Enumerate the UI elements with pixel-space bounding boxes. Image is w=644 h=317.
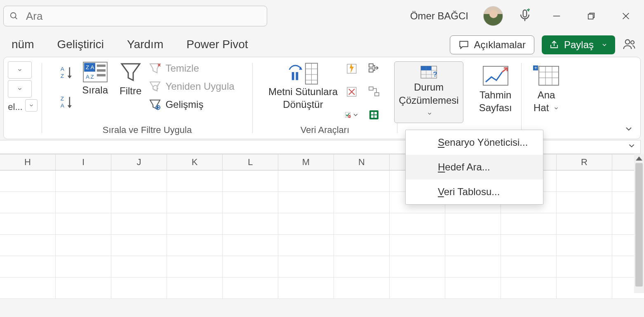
cell[interactable]	[0, 277, 56, 299]
cell[interactable]	[223, 256, 278, 277]
cell[interactable]	[390, 235, 445, 256]
cell[interactable]	[111, 256, 167, 277]
tab-powerpivot[interactable]: Power Pivot	[175, 32, 259, 57]
collaborators-icon[interactable]	[623, 37, 636, 52]
column-header[interactable]: J	[111, 154, 167, 170]
cell[interactable]	[167, 235, 223, 256]
search-box[interactable]	[3, 6, 267, 26]
scroll-thumb[interactable]	[635, 163, 643, 287]
cell[interactable]	[334, 256, 390, 277]
tab-view-partial[interactable]: nüm	[0, 32, 45, 57]
cell[interactable]	[167, 213, 223, 235]
cell[interactable]	[111, 277, 167, 299]
column-header[interactable]: H	[0, 154, 56, 170]
sort-dialog-button[interactable]: ZAAZ Sırala	[82, 61, 108, 96]
dropdown-small-3[interactable]	[25, 99, 38, 112]
cell[interactable]	[501, 277, 557, 299]
cell[interactable]	[557, 277, 612, 299]
restore-button[interactable]	[581, 6, 601, 26]
column-header[interactable]: I	[56, 154, 111, 170]
filter-advanced-button[interactable]: Gelişmiş	[149, 98, 234, 111]
share-button[interactable]: Paylaş	[542, 35, 615, 54]
cell[interactable]	[0, 192, 56, 213]
consolidate-button[interactable]	[367, 61, 381, 76]
cell[interactable]	[56, 170, 111, 192]
cell[interactable]	[56, 235, 111, 256]
cell[interactable]	[278, 213, 334, 235]
cell[interactable]	[111, 192, 167, 213]
formula-bar-expand-button[interactable]	[627, 141, 636, 152]
cell[interactable]	[445, 213, 501, 235]
cell[interactable]	[167, 256, 223, 277]
minimize-button[interactable]	[547, 6, 566, 26]
cell[interactable]	[557, 256, 612, 277]
vertical-scrollbar[interactable]	[634, 154, 644, 293]
filter-clear-button[interactable]: Temizle	[149, 62, 234, 75]
cell[interactable]	[557, 213, 612, 235]
cell[interactable]	[223, 192, 278, 213]
tab-developer[interactable]: Geliştirici	[45, 32, 115, 57]
cell[interactable]	[278, 277, 334, 299]
cell[interactable]	[167, 192, 223, 213]
column-header[interactable]: K	[167, 154, 223, 170]
cell[interactable]	[501, 235, 557, 256]
column-header[interactable]: R	[557, 154, 612, 170]
cell[interactable]	[56, 256, 111, 277]
cell[interactable]	[278, 170, 334, 192]
cell[interactable]	[111, 170, 167, 192]
cell[interactable]	[223, 170, 278, 192]
column-header[interactable]: N	[334, 154, 390, 170]
cell[interactable]	[334, 235, 390, 256]
cell[interactable]	[111, 235, 167, 256]
column-header[interactable]: M	[278, 154, 334, 170]
outline-button[interactable]: + AnaHat	[528, 61, 565, 123]
manage-data-model-button[interactable]	[367, 107, 381, 122]
cell[interactable]	[390, 256, 445, 277]
cell[interactable]	[334, 192, 390, 213]
cell[interactable]	[56, 277, 111, 299]
cell[interactable]	[223, 235, 278, 256]
text-to-columns-button[interactable]: Metni SütunlaraDönüştür	[268, 61, 338, 111]
cell[interactable]	[557, 235, 612, 256]
cell[interactable]	[223, 213, 278, 235]
cell[interactable]	[223, 277, 278, 299]
cell[interactable]	[334, 170, 390, 192]
cell[interactable]	[167, 277, 223, 299]
data-validation-button[interactable]	[344, 107, 359, 122]
scroll-up-icon[interactable]	[636, 156, 642, 161]
filter-button[interactable]: Filtre	[120, 61, 141, 97]
data-table-item[interactable]: Veri Tablosu...	[406, 179, 543, 204]
cell[interactable]	[390, 213, 445, 235]
cell[interactable]	[0, 213, 56, 235]
forecast-sheet-button[interactable]: TahminSayfası	[467, 61, 524, 123]
cell[interactable]	[56, 192, 111, 213]
close-button[interactable]	[616, 6, 636, 26]
remove-duplicates-button[interactable]	[344, 84, 359, 99]
column-header[interactable]: L	[223, 154, 278, 170]
cell[interactable]	[0, 256, 56, 277]
dropdown-small-2[interactable]	[8, 80, 32, 98]
sort-ascending-button[interactable]: AZ	[60, 65, 74, 83]
ribbon-collapse-button[interactable]	[624, 124, 634, 134]
cell[interactable]	[501, 213, 557, 235]
dropdown-small-1[interactable]	[8, 61, 32, 79]
filter-reapply-button[interactable]: Yeniden Uygula	[149, 80, 234, 93]
cell[interactable]	[334, 277, 390, 299]
cell[interactable]	[167, 170, 223, 192]
cell[interactable]	[390, 277, 445, 299]
cell[interactable]	[334, 213, 390, 235]
goal-seek-item[interactable]: Hedef Ara...	[406, 155, 543, 179]
cell[interactable]	[0, 170, 56, 192]
cell[interactable]	[111, 213, 167, 235]
cell[interactable]	[557, 170, 612, 192]
comments-button[interactable]: Açıklamalar	[450, 35, 534, 54]
scenario-manager-item[interactable]: Senaryo Yöneticisi...	[406, 130, 543, 155]
search-input[interactable]	[26, 10, 261, 23]
cell[interactable]	[557, 192, 612, 213]
cell[interactable]	[445, 277, 501, 299]
cell[interactable]	[278, 235, 334, 256]
tab-help[interactable]: Yardım	[115, 32, 175, 57]
what-if-analysis-button[interactable]: ? DurumÇözümlemesi	[394, 61, 463, 123]
avatar[interactable]	[483, 6, 503, 26]
relationships-button[interactable]	[367, 84, 381, 99]
